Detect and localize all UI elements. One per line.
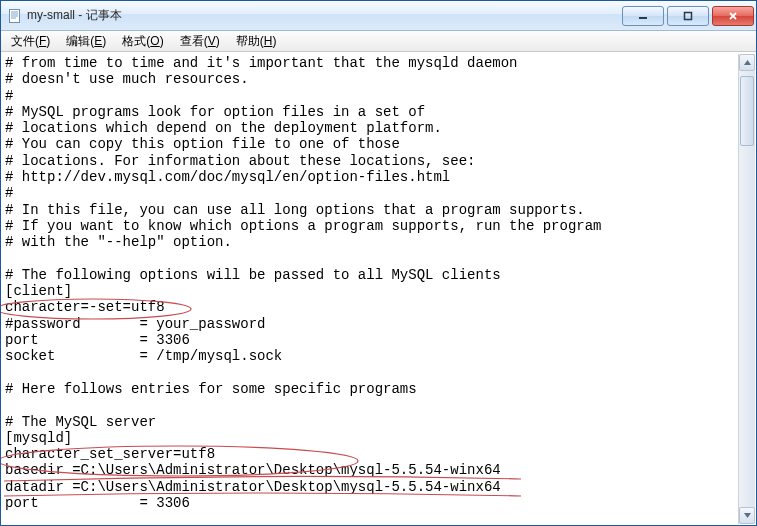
menu-help[interactable]: 帮助(H) [228,31,285,52]
menu-view[interactable]: 查看(V) [172,31,228,52]
close-button[interactable] [712,6,754,26]
titlebar[interactable]: my-small - 记事本 [1,1,756,31]
menu-format[interactable]: 格式(O) [114,31,171,52]
maximize-button[interactable] [667,6,709,26]
scroll-up-button[interactable] [739,54,755,71]
menu-file[interactable]: 文件(F) [3,31,58,52]
window-title: my-small - 记事本 [27,7,619,24]
scroll-down-button[interactable] [739,507,755,524]
menu-edit[interactable]: 编辑(E) [58,31,114,52]
svg-rect-6 [685,12,692,19]
window-controls [619,6,754,26]
scroll-thumb[interactable] [740,76,754,146]
text-content[interactable]: # from time to time and it's important t… [5,55,736,523]
minimize-button[interactable] [622,6,664,26]
menubar: 文件(F) 编辑(E) 格式(O) 查看(V) 帮助(H) [1,31,756,52]
notepad-window: my-small - 记事本 文件(F) 编辑(E) 格式(O) 查看(V) 帮… [0,0,757,526]
client-area: # from time to time and it's important t… [1,52,756,525]
notepad-icon [7,8,23,24]
vertical-scrollbar[interactable] [738,54,755,524]
